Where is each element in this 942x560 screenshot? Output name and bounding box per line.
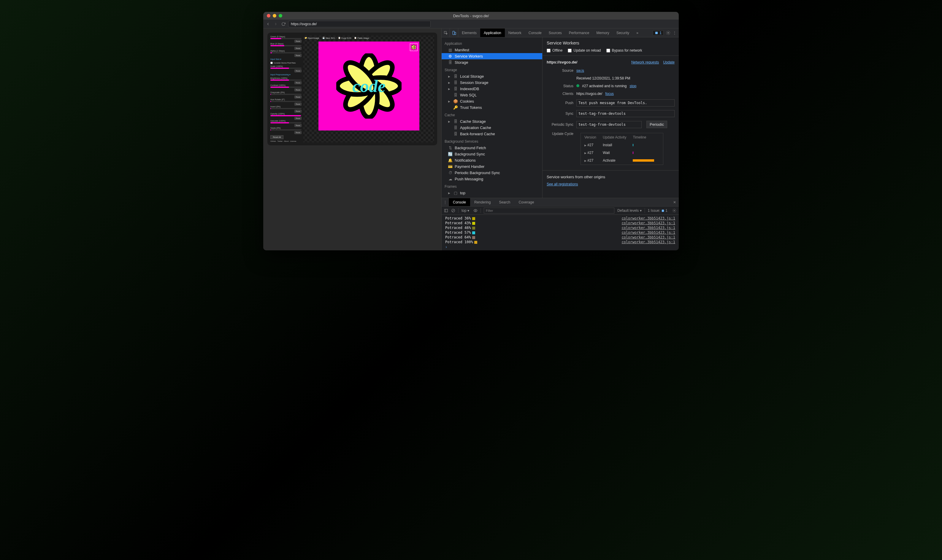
save-svg-button[interactable]: 💾 Save SVG	[322, 37, 335, 39]
sidebar-item-storage[interactable]: 🗄 Storage	[442, 59, 542, 66]
slider[interactable]	[270, 80, 302, 81]
sidebar-item-notifications[interactable]: 🔔 Notifications	[442, 157, 542, 163]
sidebar-item-session storage[interactable]: ▶ 🗄 Session Storage	[442, 80, 542, 86]
reset-button[interactable]: Reset	[294, 69, 302, 72]
stop-link[interactable]: stop	[629, 84, 636, 88]
drawer-tab-coverage[interactable]: Coverage	[514, 198, 538, 206]
tab-memory[interactable]: Memory	[593, 28, 613, 37]
sidebar-item-back-forward cache[interactable]: 🗄 Back-forward Cache	[442, 131, 542, 137]
reset-button[interactable]: Reset	[294, 110, 302, 113]
reset-button[interactable]: Reset	[294, 124, 302, 127]
tab-console[interactable]: Console	[525, 28, 545, 37]
sidebar-item-cache storage[interactable]: ▶ 🗄 Cache Storage	[442, 118, 542, 125]
issues-badge[interactable]: 1	[653, 30, 664, 35]
slider[interactable]	[270, 94, 302, 95]
see-all-registrations-link[interactable]: See all registrations	[547, 182, 578, 186]
log-levels-selector[interactable]: Default levels ▾	[617, 209, 641, 213]
sync-input[interactable]	[577, 110, 675, 117]
context-selector[interactable]: top ▾	[461, 209, 469, 213]
periodic-sync-button[interactable]: Periodic	[646, 121, 667, 128]
console-settings-icon[interactable]	[672, 209, 676, 213]
tab-performance[interactable]: Performance	[565, 28, 593, 37]
device-pixel-checkbox[interactable]: Consider Device Pixel Ratio	[270, 62, 302, 64]
update-on-reload-checkbox[interactable]: Update on reload	[568, 48, 601, 52]
drawer-tab-rendering[interactable]: Rendering	[470, 198, 495, 206]
source-link[interactable]: colorworker.3bb51423.js:1	[621, 226, 675, 230]
open-image-button[interactable]: 📁 Open Image	[305, 37, 319, 39]
close-window-button[interactable]	[267, 14, 270, 17]
slider[interactable]	[270, 108, 302, 109]
update-link[interactable]: Update	[663, 60, 675, 65]
sidebar-item-background fetch[interactable]: ⇅ Background Fetch	[442, 145, 542, 151]
inspect-element-button[interactable]	[442, 28, 450, 37]
console-prompt[interactable]: ›	[442, 245, 679, 250]
device-mode-button[interactable]	[450, 28, 458, 37]
back-button[interactable]	[265, 21, 271, 27]
tab-application[interactable]: Application	[480, 28, 505, 37]
preprocessing-header[interactable]: Input Preprocessing ▾	[270, 74, 302, 76]
clear-console-button[interactable]	[451, 209, 455, 213]
source-link[interactable]: sw.js	[577, 69, 584, 73]
sidebar-item-frame-top[interactable]: ▶ ▢ top	[442, 190, 542, 196]
copy-svg-button[interactable]: 📋 Copy SVG	[338, 37, 351, 39]
slider[interactable]	[270, 122, 302, 123]
sidebar-item-manifest[interactable]: ▥ Manifest	[442, 47, 542, 53]
drawer-tab-console[interactable]: Console	[449, 198, 470, 206]
slider[interactable]	[270, 45, 302, 46]
sidebar-item-background sync[interactable]: 🔄 Background Sync	[442, 151, 542, 157]
periodic-sync-input[interactable]	[577, 121, 641, 128]
console-filter-input[interactable]	[484, 208, 614, 214]
reset-button[interactable]: Reset	[294, 131, 302, 134]
reset-button[interactable]: Reset	[294, 40, 302, 43]
sidebar-item-trust tokens[interactable]: 🔑 Trust Tokens	[442, 105, 542, 111]
drawer-close-button[interactable]: ✕	[671, 198, 679, 206]
source-link[interactable]: colorworker.3bb51423.js:1	[621, 216, 675, 220]
site-footer-links[interactable]: GitHub · Twitter · About · License	[270, 140, 302, 142]
sidebar-item-application cache[interactable]: 🗄 Application Cache	[442, 125, 542, 131]
maximize-window-button[interactable]	[279, 14, 282, 17]
source-link[interactable]: colorworker.3bb51423.js:1	[621, 240, 675, 244]
drawer-tab-search[interactable]: Search	[495, 198, 514, 206]
sidebar-item-indexeddb[interactable]: ▶ 🗄 IndexedDB	[442, 86, 542, 92]
reset-button[interactable]: Reset	[294, 47, 302, 50]
offline-checkbox[interactable]: Offline	[547, 48, 563, 52]
slider[interactable]	[270, 101, 302, 102]
settings-icon[interactable]	[666, 31, 671, 35]
reset-button[interactable]: Reset	[294, 95, 302, 98]
tab-security[interactable]: Security	[613, 28, 633, 37]
source-link[interactable]: colorworker.3bb51423.js:1	[621, 235, 675, 239]
sidebar-item-cookies[interactable]: ▶ 🍪 Cookies	[442, 98, 542, 105]
reset-button[interactable]: Reset	[294, 103, 302, 106]
slider[interactable]	[270, 38, 302, 39]
focus-link[interactable]: focus	[605, 92, 614, 96]
sidebar-item-local storage[interactable]: ▶ 🗄 Local Storage	[442, 73, 542, 80]
sidebar-item-periodic background sync[interactable]: ⏱ Periodic Background Sync	[442, 170, 542, 176]
slider[interactable]	[270, 115, 302, 116]
paste-image-button[interactable]: 📋 Paste Image	[354, 37, 369, 39]
reset-all-button[interactable]: Reset All	[270, 135, 284, 139]
source-link[interactable]: colorworker.3bb51423.js:1	[621, 231, 675, 235]
minimize-window-button[interactable]	[273, 14, 276, 17]
sidebar-item-payment handler[interactable]: 💳 Payment Handler	[442, 163, 542, 170]
tab-elements[interactable]: Elements	[458, 28, 480, 37]
live-expression-button[interactable]	[473, 209, 478, 213]
slider[interactable]	[270, 129, 302, 131]
source-link[interactable]: colorworker.3bb51423.js:1	[621, 221, 675, 225]
network-requests-link[interactable]: Network requests	[631, 60, 659, 65]
bypass-network-checkbox[interactable]: Bypass for network	[606, 48, 642, 52]
reset-button[interactable]: Reset	[294, 54, 302, 57]
url-input[interactable]	[288, 21, 431, 27]
reset-button[interactable]: Reset	[294, 117, 302, 120]
tab-sources[interactable]: Sources	[545, 28, 565, 37]
issues-link[interactable]: 1 Issue: 1	[648, 209, 668, 213]
reload-button[interactable]	[281, 21, 287, 27]
kebab-menu-icon[interactable]: ⋮	[673, 31, 676, 35]
slider[interactable]	[270, 52, 302, 53]
drawer-kebab-icon[interactable]: ⋮	[442, 198, 449, 206]
slider[interactable]	[270, 87, 302, 88]
tab-network[interactable]: Network	[505, 28, 525, 37]
slider[interactable]	[270, 68, 302, 69]
reset-button[interactable]: Reset	[294, 88, 302, 91]
input-size-header[interactable]: Input Size ▾	[270, 58, 302, 60]
sidebar-item-push messaging[interactable]: ☁ Push Messaging	[442, 176, 542, 182]
